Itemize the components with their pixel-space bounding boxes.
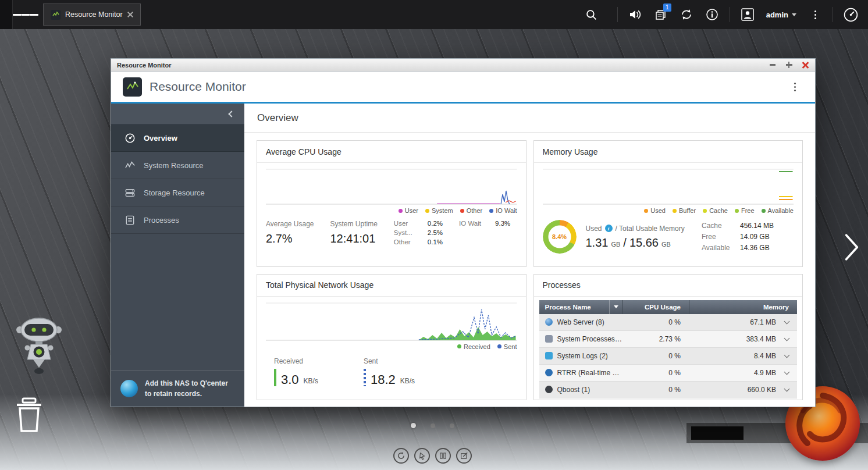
memory-donut-chart: 8.4% <box>543 220 577 254</box>
sidebar-item-label: Storage Resource <box>144 188 205 197</box>
cpu-usage-chart <box>266 169 517 205</box>
process-row-web-server[interactable]: Web Server (8) 0 % 67.1 MB <box>539 314 798 331</box>
qboost-icon <box>545 386 553 393</box>
cpu-breakdown: User0.2% Syst...2.5% Other0.1% <box>394 220 443 245</box>
more-options-icon[interactable] <box>802 0 828 29</box>
user-menu[interactable]: admin <box>760 0 802 29</box>
volume-icon[interactable] <box>622 0 648 29</box>
processes-card: Processes Process Name CPU Usage Memory <box>533 274 803 401</box>
page-title: Overview <box>257 112 298 124</box>
user-avatar-icon[interactable] <box>735 0 760 29</box>
minimize-icon[interactable] <box>769 61 777 69</box>
sidebar-item-label: Overview <box>144 134 177 143</box>
system-processes-icon <box>545 335 553 343</box>
memory-used-block: Used i / Total Usable Memory 1.31 GB / 1… <box>586 225 693 250</box>
window-options-icon[interactable] <box>786 78 803 95</box>
memory-usage-chart <box>543 169 794 205</box>
legend-dot <box>425 209 429 213</box>
topbar: Resource Monitor 1 <box>0 0 868 29</box>
network-usage-card: Total Physical Network Usage Received Se… <box>257 274 527 401</box>
dock-refresh-icon[interactable] <box>393 448 409 464</box>
divider <box>617 7 618 22</box>
sidebar-item-label: System Resource <box>144 161 204 170</box>
app-title: Resource Monitor <box>150 80 246 94</box>
chevron-down-icon <box>792 13 796 16</box>
expand-chevron-icon[interactable] <box>776 321 797 323</box>
divider <box>833 7 833 22</box>
tab-close-icon[interactable] <box>127 12 133 17</box>
legend-dot <box>703 209 707 213</box>
window-title: Resource Monitor <box>117 62 172 69</box>
process-row-system-processes[interactable]: System Processes (76) 2.73 % 383.4 MB <box>539 331 798 348</box>
sidebar-collapse-button[interactable] <box>111 104 244 124</box>
memory-percent: 8.4% <box>543 220 577 254</box>
average-usage-value: 2.7% <box>266 232 314 245</box>
expand-chevron-icon[interactable] <box>776 338 797 340</box>
next-desktop-arrow-icon[interactable] <box>844 233 860 264</box>
storage-drive-icon <box>124 187 136 198</box>
process-row-rtrr[interactable]: RTRR (Real-time Two-way F... 0 % 4.9 MB <box>539 365 798 382</box>
expand-chevron-icon[interactable] <box>776 372 797 374</box>
window-titlebar[interactable]: Resource Monitor <box>111 59 815 72</box>
maximize-icon[interactable] <box>785 61 793 69</box>
resource-monitor-app-icon <box>51 10 61 20</box>
notification-badge: 1 <box>663 3 671 12</box>
dock-columns-icon[interactable] <box>435 448 451 464</box>
column-cpu-usage[interactable]: CPU Usage <box>622 300 689 314</box>
info-icon[interactable]: i <box>605 225 613 232</box>
legend-dot <box>762 209 766 213</box>
close-icon[interactable] <box>801 61 809 69</box>
cpu-chart-legend: User System Other IO Wait <box>266 207 517 214</box>
main-menu-icon[interactable] <box>13 0 38 29</box>
column-process-name[interactable]: Process Name <box>539 300 622 314</box>
user-menu-label: admin <box>766 10 788 19</box>
process-table-header: Process Name CPU Usage Memory <box>539 300 798 314</box>
topbar-actions: 1 admin <box>579 0 868 29</box>
background-tasks-icon[interactable] <box>674 0 699 29</box>
search-icon[interactable] <box>579 0 604 29</box>
sent-value: 18.2 <box>371 373 396 386</box>
expand-chevron-icon[interactable] <box>776 355 797 357</box>
sort-dropdown-icon[interactable] <box>609 300 622 314</box>
qcenter-icon <box>120 380 138 397</box>
dock-compose-icon[interactable] <box>456 448 472 464</box>
column-memory[interactable]: Memory <box>689 300 797 314</box>
process-table: Process Name CPU Usage Memory Web Server… <box>539 300 798 398</box>
trash-icon[interactable] <box>14 397 44 435</box>
dock-pointer-icon[interactable] <box>414 448 430 464</box>
info-icon[interactable] <box>699 0 725 29</box>
resource-monitor-window: Resource Monitor Resource Monitor <box>111 58 816 407</box>
expand-chevron-icon[interactable] <box>776 389 797 391</box>
memory-total-value: 15.66 <box>629 236 659 250</box>
desktop: Resource Monitor 1 <box>0 0 868 470</box>
io-wait-block: IO Wait9.3% <box>459 220 510 227</box>
main-content: Overview Average CPU Usage <box>244 104 815 407</box>
network-chart-legend: Received Sent <box>266 343 517 350</box>
page-dot-2[interactable] <box>431 423 435 428</box>
memory-usage-card: Memory Usage Used Buffer <box>533 140 803 267</box>
memory-used-value: 1.31 <box>586 236 609 250</box>
received-bar <box>274 369 276 386</box>
page-dot-1[interactable] <box>411 423 416 428</box>
web-server-icon <box>545 318 553 326</box>
process-row-qboost[interactable]: Qboost (1) 0 % 660.0 KB <box>539 382 798 398</box>
sidebar-item-overview[interactable]: Overview <box>111 124 244 152</box>
tab-resource-monitor[interactable]: Resource Monitor <box>43 3 141 26</box>
process-row-system-logs[interactable]: System Logs (2) 0 % 8.4 MB <box>539 348 798 365</box>
desktop-page-dots <box>411 423 454 428</box>
memory-breakdown: Cache456.14 MB Free14.09 GB Available14.… <box>702 222 794 252</box>
legend-dot <box>489 209 493 213</box>
overview-icon <box>124 132 136 144</box>
sidebar-item-storage-resource[interactable]: Storage Resource <box>111 179 244 206</box>
sent-bar <box>364 369 366 386</box>
notifications-icon[interactable]: 1 <box>648 0 674 29</box>
legend-dot <box>644 209 648 213</box>
dashboard-gauge-icon[interactable] <box>838 0 863 29</box>
rtrr-icon <box>545 369 553 376</box>
sidebar-item-system-resource[interactable]: System Resource <box>111 152 244 179</box>
qcenter-note[interactable]: Add this NAS to Q'center to retain recor… <box>111 370 244 407</box>
page-dot-3[interactable] <box>450 423 454 428</box>
memory-chart-legend: Used Buffer Cache Free Available <box>543 207 794 214</box>
topbar-edge <box>0 0 13 29</box>
sidebar-item-processes[interactable]: Processes <box>111 206 244 234</box>
